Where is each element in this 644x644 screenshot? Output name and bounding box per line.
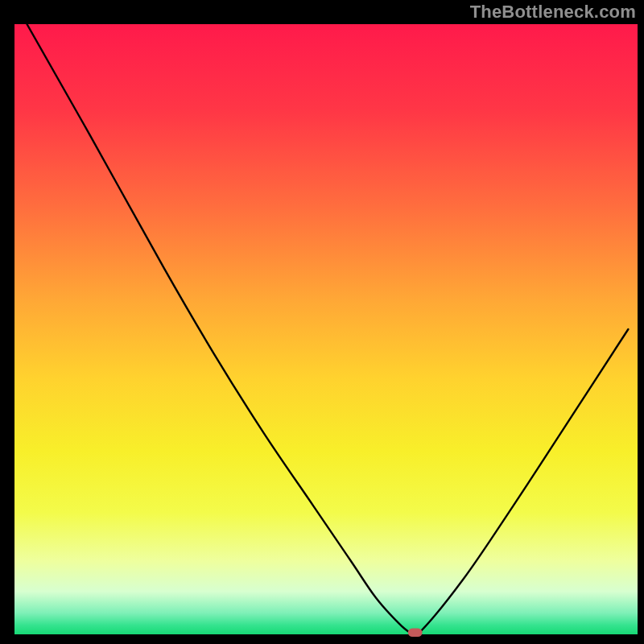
watermark-text: TheBottleneck.com — [470, 2, 636, 23]
min-marker — [408, 628, 423, 637]
chart-stage: TheBottleneck.com — [0, 0, 644, 644]
bottleneck-chart — [0, 0, 644, 644]
plot-background — [14, 24, 638, 634]
